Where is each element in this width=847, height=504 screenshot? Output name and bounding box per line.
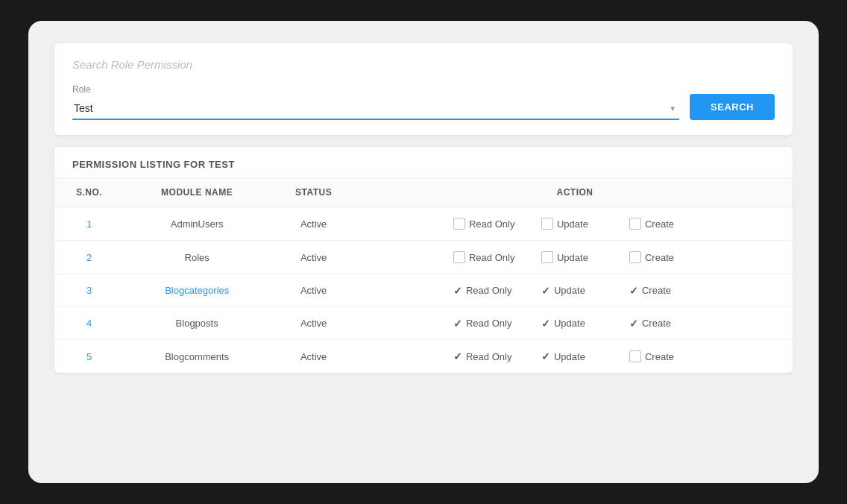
listing-header: PERMISSION LISTING FOR TEST [54, 147, 793, 178]
cell-status: Active [270, 207, 357, 241]
cell-sno: 3 [54, 274, 124, 307]
cell-actions: Read OnlyUpdateCreate [357, 241, 793, 274]
col-action: ACTION [357, 178, 793, 207]
update-label: Update [554, 318, 585, 329]
update-label: Update [554, 285, 585, 296]
create-label: Create [642, 285, 671, 296]
cell-sno: 4 [54, 307, 124, 340]
update-action[interactable]: ✓Update [541, 318, 608, 329]
search-card-title: Search Role Permission [72, 58, 775, 71]
cell-sno: 5 [54, 340, 124, 374]
col-status: STATUS [270, 178, 357, 207]
cell-status: Active [270, 340, 357, 374]
action-group: Read OnlyUpdateCreate [365, 218, 785, 230]
update-action[interactable]: Update [541, 251, 608, 263]
action-group: ✓Read Only✓UpdateCreate [365, 350, 785, 362]
read-only-label: Read Only [469, 252, 514, 263]
col-module: MODULE NAME [124, 178, 270, 207]
create-label: Create [645, 252, 674, 263]
checkbox-update[interactable] [541, 218, 553, 230]
read-only-action[interactable]: ✓Read Only [453, 318, 520, 329]
action-group: ✓Read Only✓Update✓Create [365, 318, 785, 329]
update-action[interactable]: ✓Update [541, 351, 608, 362]
read-only-label: Read Only [466, 285, 511, 296]
table-row: 4BlogpostsActive✓Read Only✓Update✓Create [54, 307, 793, 340]
check-icon: ✓ [453, 351, 462, 362]
action-group: Read OnlyUpdateCreate [365, 251, 785, 263]
cell-module-name: AdminUsers [124, 207, 270, 241]
check-icon: ✓ [541, 351, 550, 362]
cell-actions: ✓Read Only✓UpdateCreate [357, 340, 793, 374]
check-icon: ✓ [541, 318, 550, 329]
create-label: Create [645, 218, 674, 230]
role-label: Role [72, 84, 679, 95]
search-button[interactable]: SEARCH [690, 94, 775, 120]
read-only-label: Read Only [466, 318, 511, 329]
checkbox-read-only[interactable] [453, 218, 465, 230]
create-label: Create [645, 351, 674, 362]
check-icon: ✓ [453, 286, 462, 296]
cell-sno: 2 [54, 241, 124, 274]
checkbox-create[interactable] [629, 350, 641, 362]
table-row: 5BlogcommentsActive✓Read Only✓UpdateCrea… [54, 340, 793, 374]
search-form-row: Role ▼ SEARCH [72, 84, 775, 120]
cell-status: Active [270, 274, 357, 307]
table-head: S.NO. MODULE NAME STATUS ACTION [54, 178, 793, 207]
read-only-label: Read Only [466, 351, 511, 362]
cell-actions: ✓Read Only✓Update✓Create [357, 307, 793, 340]
create-action[interactable]: Create [629, 218, 696, 230]
check-icon: ✓ [541, 286, 550, 296]
action-group: ✓Read Only✓Update✓Create [365, 285, 785, 296]
cell-module-name[interactable]: Blogcategories [124, 274, 270, 307]
role-form-group: Role ▼ [72, 84, 679, 120]
read-only-action[interactable]: Read Only [453, 251, 520, 263]
cell-status: Active [270, 307, 357, 340]
update-label: Update [554, 351, 585, 362]
read-only-action[interactable]: ✓Read Only [453, 285, 520, 296]
table-body: 1AdminUsersActiveRead OnlyUpdateCreate2R… [54, 207, 793, 374]
table-row: 3BlogcategoriesActive✓Read Only✓Update✓C… [54, 274, 793, 307]
update-label: Update [557, 252, 588, 263]
create-action[interactable]: ✓Create [629, 285, 696, 296]
read-only-label: Read Only [469, 218, 514, 230]
cell-sno: 1 [54, 207, 124, 241]
update-label: Update [557, 218, 588, 230]
table-row: 2RolesActiveRead OnlyUpdateCreate [54, 241, 793, 274]
checkbox-create[interactable] [629, 251, 641, 263]
check-icon: ✓ [629, 318, 638, 329]
read-only-action[interactable]: Read Only [453, 218, 520, 230]
update-action[interactable]: ✓Update [541, 285, 608, 296]
update-action[interactable]: Update [541, 218, 608, 230]
create-action[interactable]: Create [629, 251, 696, 263]
checkbox-update[interactable] [541, 251, 553, 263]
cell-actions: ✓Read Only✓Update✓Create [357, 274, 793, 307]
cell-actions: Read OnlyUpdateCreate [357, 207, 793, 241]
create-action[interactable]: Create [629, 350, 696, 362]
create-label: Create [642, 318, 671, 329]
role-input[interactable] [72, 98, 679, 119]
cell-module-name: Blogposts [124, 307, 270, 340]
table-row: 1AdminUsersActiveRead OnlyUpdateCreate [54, 207, 793, 241]
read-only-action[interactable]: ✓Read Only [453, 351, 520, 362]
checkbox-read-only[interactable] [453, 251, 465, 263]
search-card: Search Role Permission Role ▼ SEARCH [54, 43, 793, 135]
cell-module-name: Blogcomments [124, 340, 270, 374]
permission-listing-card: PERMISSION LISTING FOR TEST S.NO. MODULE… [54, 147, 793, 373]
role-input-wrap[interactable]: ▼ [72, 98, 679, 120]
cell-module-name: Roles [124, 241, 270, 274]
cell-status: Active [270, 241, 357, 274]
table-header-row: S.NO. MODULE NAME STATUS ACTION [54, 178, 793, 207]
screen: Search Role Permission Role ▼ SEARCH PER… [28, 21, 819, 483]
permission-table: S.NO. MODULE NAME STATUS ACTION 1AdminUs… [54, 178, 793, 373]
check-icon: ✓ [453, 318, 462, 329]
checkbox-create[interactable] [629, 218, 641, 230]
create-action[interactable]: ✓Create [629, 318, 696, 329]
col-sno: S.NO. [54, 178, 124, 207]
check-icon: ✓ [629, 286, 638, 296]
